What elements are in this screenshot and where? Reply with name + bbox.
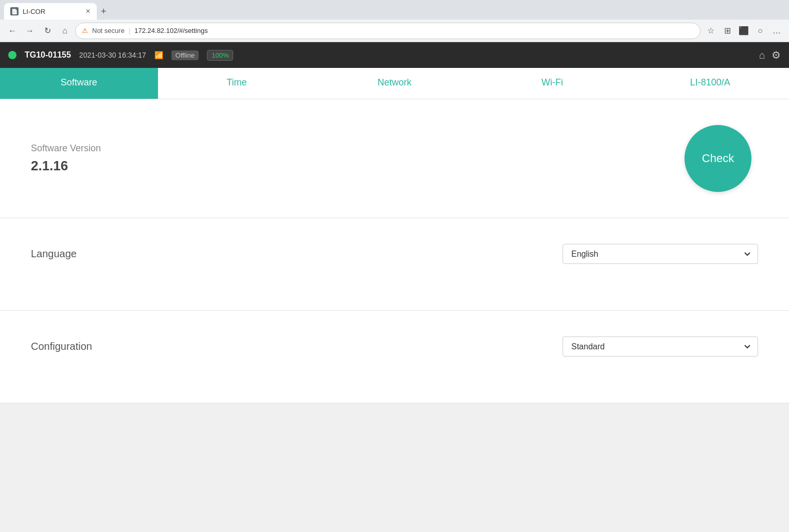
home-button[interactable]: ⌂ [58, 24, 72, 38]
check-button[interactable]: Check [685, 125, 751, 192]
browser-toolbar: ← → ↻ ⌂ ⚠ Not secure | 172.24.82.102/#/s… [0, 20, 789, 42]
address-text: 172.24.82.102/#/settings [134, 27, 694, 34]
header-right-icons: ⌂ ⚙ [759, 49, 781, 61]
app-settings-button[interactable]: ⚙ [772, 49, 781, 61]
version-label: Software Version [31, 143, 101, 154]
configuration-field-row: Configuration Standard Advanced Custom [31, 336, 758, 357]
status-dot [8, 51, 16, 59]
software-version-inner: Software Version 2.1.16 Check [31, 125, 751, 192]
configuration-section: Configuration Standard Advanced Custom [0, 311, 789, 403]
tab-li8100[interactable]: LI-8100/A [631, 68, 789, 99]
back-button[interactable]: ← [5, 24, 20, 38]
version-info: Software Version 2.1.16 [31, 143, 101, 174]
tab-wifi[interactable]: Wi-Fi [474, 68, 632, 99]
language-section: Language English German French Spanish C… [0, 218, 789, 311]
security-label: Not secure [92, 27, 125, 34]
configuration-label: Configuration [31, 341, 92, 352]
toolbar-icons: ☆ ⊞ ⬛ ○ … [704, 24, 784, 38]
tab-title: LI-COR [23, 8, 45, 15]
tab-close-button[interactable]: ✕ [85, 8, 91, 15]
nav-tabs: Software Time Network Wi-Fi LI-8100/A [0, 68, 789, 99]
new-tab-button[interactable]: + [97, 4, 111, 19]
language-select[interactable]: English German French Spanish Chinese Ja… [563, 244, 758, 264]
tab-time[interactable]: Time [158, 68, 316, 99]
tab-network[interactable]: Network [315, 68, 474, 99]
refresh-button[interactable]: ↻ [40, 24, 55, 38]
collections-button[interactable]: ⊞ [720, 24, 734, 38]
address-separator: | [129, 27, 130, 34]
battery-badge: 100% [207, 50, 233, 61]
tab-favicon-icon: 📄 [10, 7, 19, 15]
offline-badge: Offline [171, 50, 199, 60]
device-id: TG10-01155 [25, 50, 71, 60]
timestamp: 2021-03-30 16:34:17 [79, 51, 146, 59]
security-icon: ⚠ [82, 27, 88, 34]
browser-tab[interactable]: 📄 LI-COR ✕ [4, 3, 97, 20]
forward-button[interactable]: → [23, 24, 37, 38]
address-bar[interactable]: ⚠ Not secure | 172.24.82.102/#/settings [75, 23, 700, 39]
language-label: Language [31, 248, 77, 260]
language-field-row: Language English German French Spanish C… [31, 244, 758, 264]
browser-titlebar: 📄 LI-COR ✕ + [0, 0, 789, 20]
star-button[interactable]: ☆ [704, 24, 718, 38]
main-content: Software Version 2.1.16 Check Language E… [0, 99, 789, 403]
version-number: 2.1.16 [31, 158, 101, 174]
tab-software[interactable]: Software [0, 68, 158, 99]
profile-button[interactable]: ○ [753, 24, 767, 38]
wifi-icon: 📶 [154, 51, 163, 59]
configuration-select[interactable]: Standard Advanced Custom [563, 336, 758, 357]
extension-button[interactable]: ⬛ [737, 24, 751, 38]
app-header: TG10-01155 2021-03-30 16:34:17 📶 Offline… [0, 42, 789, 68]
software-version-section: Software Version 2.1.16 Check [0, 99, 789, 218]
app-home-button[interactable]: ⌂ [759, 49, 765, 61]
browser-chrome: 📄 LI-COR ✕ + ← → ↻ ⌂ ⚠ Not secure | 172.… [0, 0, 789, 42]
browser-menu-button[interactable]: … [769, 24, 784, 38]
